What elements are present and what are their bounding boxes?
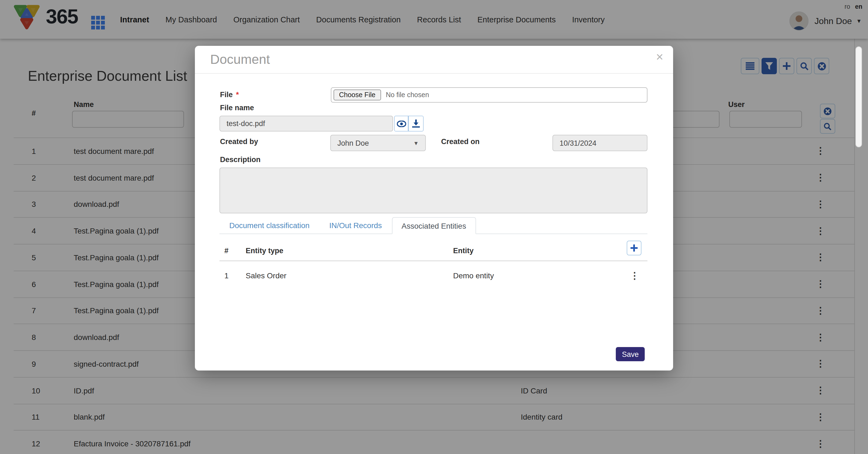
entity-name: Demo entity (453, 271, 494, 280)
file-label: File* (220, 91, 239, 99)
description-textarea[interactable] (219, 167, 647, 213)
modal-title: Document (210, 52, 270, 67)
required-asterisk: * (236, 91, 239, 99)
document-modal: Document × File* Choose File No file cho… (195, 46, 673, 370)
entity-actions-kebab-icon[interactable]: ⋮ (630, 270, 639, 282)
entity-type: Sales Order (246, 271, 286, 280)
screen: 365 Intranet My Dashboard Organization C… (0, 0, 868, 454)
add-entity-button[interactable] (627, 241, 642, 255)
created-by-value: John Doe (337, 139, 369, 147)
created-by-label: Created by (220, 137, 258, 146)
tab[interactable]: IN/Out Records (319, 217, 392, 233)
file-name-label: File name (220, 104, 254, 112)
description-label: Description (220, 156, 261, 164)
created-by-select[interactable]: John Doe ▼ (330, 135, 426, 151)
file-input[interactable]: Choose File No file chosen (331, 87, 647, 103)
chevron-down-icon: ▼ (413, 140, 419, 146)
page-scrollbar[interactable] (856, 46, 862, 147)
entity-row[interactable]: 1 Sales Order Demo entity ⋮ (219, 261, 647, 290)
eye-icon (397, 120, 406, 127)
close-icon[interactable]: × (656, 51, 663, 63)
entities-col-entity: Entity (453, 247, 473, 255)
download-icon (412, 120, 420, 128)
preview-file-button[interactable] (394, 116, 408, 131)
entity-index: 1 (224, 271, 229, 280)
modal-tabs: Document classification IN/Out Records A… (219, 217, 647, 234)
entities-col-type: Entity type (246, 247, 283, 255)
tab[interactable]: Document classification (219, 217, 319, 233)
plus-icon (630, 245, 638, 252)
download-file-button[interactable] (408, 116, 424, 131)
tab[interactable]: Associated Entities (392, 217, 476, 234)
choose-file-button[interactable]: Choose File (334, 90, 381, 100)
created-on-input[interactable]: 10/31/2024 (553, 135, 647, 151)
file-chosen-status: No file chosen (386, 91, 429, 99)
modal-header: Document × (195, 46, 673, 74)
created-on-label: Created on (441, 137, 479, 146)
save-button[interactable]: Save (616, 347, 645, 361)
file-name-input[interactable]: test-doc.pdf (219, 116, 393, 131)
entities-table-header: # Entity type Entity (219, 242, 647, 260)
entities-col-index: # (224, 247, 228, 255)
